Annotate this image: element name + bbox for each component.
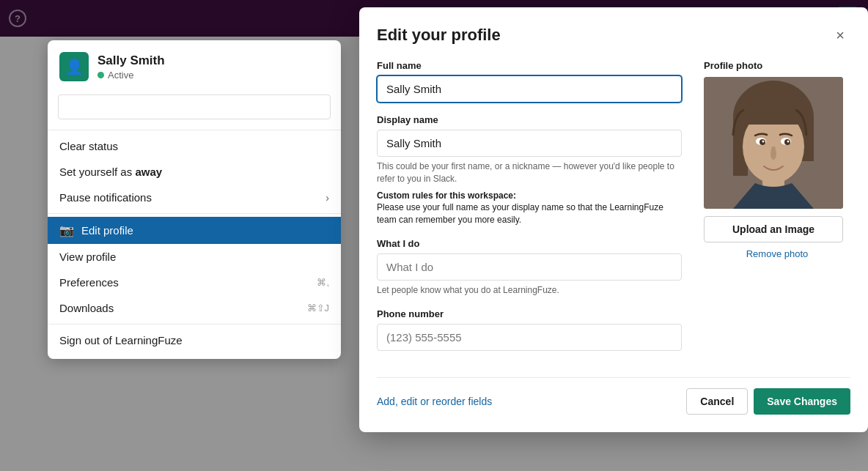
add-fields-link[interactable]: Add, edit or reorder fields	[377, 396, 492, 407]
svg-point-9	[762, 141, 765, 143]
menu-item-preferences[interactable]: Preferences ⌘,	[48, 270, 341, 295]
modal-form: Full name Display name This could be you…	[377, 60, 682, 363]
profile-photo-section: Profile photo	[704, 60, 850, 363]
display-name-hint: This could be your first name, or a nick…	[377, 160, 682, 185]
modal-title: Edit your profile	[377, 26, 501, 45]
preferences-shortcut: ⌘,	[317, 277, 329, 288]
pause-notif-arrow: ›	[326, 192, 329, 204]
status-input-wrap: 🍪	[58, 94, 331, 119]
svg-point-10	[787, 141, 790, 143]
full-name-label: Full name	[377, 60, 682, 71]
edit-profile-icon: 📷	[59, 223, 74, 237]
phone-number-label: Phone number	[377, 308, 682, 319]
display-name-custom-rules: Custom rules for this workspace: Please …	[377, 190, 682, 226]
what-i-do-input[interactable]	[377, 253, 682, 281]
remove-photo-link[interactable]: Remove photo	[704, 248, 850, 259]
modal-body: Full name Display name This could be you…	[377, 60, 850, 363]
menu-item-edit-profile[interactable]: 📷 Edit profile	[48, 217, 341, 244]
display-name-label: Display name	[377, 114, 682, 125]
full-name-group: Full name	[377, 60, 682, 103]
upload-image-button[interactable]: Upload an Image	[704, 216, 843, 242]
menu-avatar: 👤	[59, 52, 89, 81]
modal-footer: Add, edit or reorder fields Cancel Save …	[377, 377, 850, 415]
what-i-do-label: What I do	[377, 238, 682, 249]
menu-item-clear-status[interactable]: Clear status	[48, 133, 341, 159]
status-input[interactable]	[58, 94, 331, 119]
menu-item-downloads[interactable]: Downloads ⌘⇧J	[48, 295, 341, 321]
display-name-group: Display name This could be your first na…	[377, 114, 682, 226]
menu-user-info: Sally Smith Active	[98, 53, 165, 81]
menu-item-pause-notifications[interactable]: Pause notifications ›	[48, 185, 341, 210]
status-dot-green	[98, 72, 104, 78]
what-i-do-group: What I do Let people know what you do at…	[377, 238, 682, 297]
save-changes-button[interactable]: Save Changes	[754, 388, 850, 415]
phone-number-input[interactable]	[377, 324, 682, 351]
profile-photo-label: Profile photo	[704, 60, 850, 71]
modal-close-button[interactable]: ×	[830, 25, 850, 45]
phone-number-group: Phone number	[377, 308, 682, 351]
menu-item-set-away[interactable]: Set yourself as away	[48, 159, 341, 185]
full-name-input[interactable]	[377, 75, 682, 103]
edit-profile-modal: Edit your profile × Full name Display na…	[359, 7, 868, 432]
edit-profile-label: Edit profile	[81, 224, 133, 237]
menu-user-status: Active	[98, 70, 165, 81]
user-menu: 👤 Sally Smith Active 🍪 Clear status Set …	[48, 40, 341, 359]
modal-header: Edit your profile ×	[377, 25, 850, 45]
menu-item-view-profile[interactable]: View profile	[48, 244, 341, 270]
menu-item-sign-out[interactable]: Sign out of LearningFuze	[48, 327, 341, 353]
downloads-shortcut: ⌘⇧J	[307, 303, 330, 314]
what-i-do-hint: Let people know what you do at LearningF…	[377, 284, 682, 297]
display-name-input[interactable]	[377, 130, 682, 157]
footer-buttons: Cancel Save Changes	[686, 388, 850, 415]
status-text: Active	[108, 70, 133, 81]
cancel-button[interactable]: Cancel	[686, 388, 748, 415]
profile-photo-image	[704, 77, 843, 209]
menu-divider-2	[48, 213, 341, 214]
user-menu-header: 👤 Sally Smith Active	[48, 40, 341, 90]
menu-user-name: Sally Smith	[98, 53, 165, 68]
menu-divider-3	[48, 324, 341, 324]
menu-divider-1	[48, 130, 341, 130]
status-input-row: 🍪	[48, 90, 341, 127]
